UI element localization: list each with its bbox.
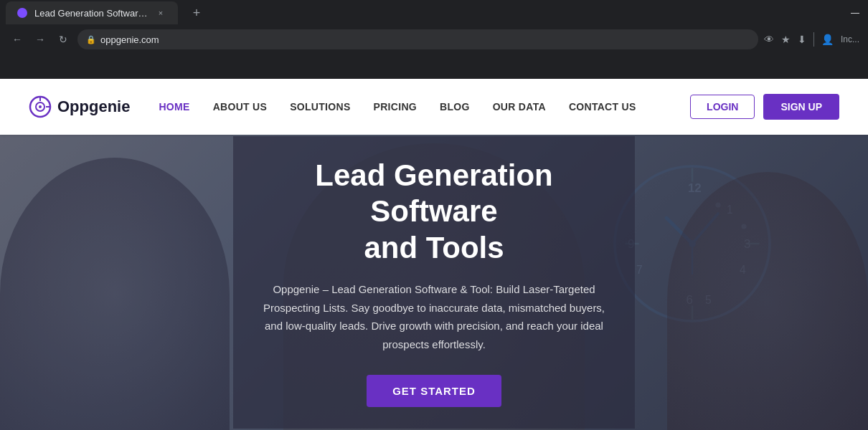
logo-icon (29, 95, 52, 118)
nav-contact[interactable]: CONTACT US (569, 101, 636, 113)
logo[interactable]: Oppgenie (29, 95, 130, 118)
hero-content: Lead Generation Software and Tools Oppge… (233, 136, 635, 429)
nav-solutions[interactable]: SOLUTIONS (290, 101, 350, 113)
hero-section: 12 3 6 9 1 4 5 7 Lead Generation Softwar… (0, 135, 868, 430)
title-bar: Lead Generation Software and × + — (0, 0, 868, 26)
tab-favicon (17, 8, 27, 18)
nav-our-data[interactable]: OUR DATA (493, 101, 546, 113)
extensions-text: Inc... (841, 34, 859, 44)
svg-point-2 (39, 105, 42, 108)
address-bar-row: ← → ↻ 🔒 oppgenie.com 👁︎ ★ ⬇ 👤 Inc... (0, 26, 868, 53)
hero-subtitle: Oppgenie – Lead Generation Software & To… (262, 280, 606, 353)
logo-text: Oppgenie (57, 97, 130, 116)
hero-title: Lead Generation Software and Tools (262, 158, 606, 266)
security-icon: 🔒 (86, 35, 96, 44)
bookmark-icon[interactable]: ★ (781, 34, 791, 45)
nav-home[interactable]: HOME (159, 101, 189, 113)
url-text: oppgenie.com (100, 34, 159, 45)
download-icon[interactable]: ⬇ (798, 34, 806, 45)
new-tab-button[interactable]: + (187, 3, 207, 23)
login-button[interactable]: LOGIN (690, 95, 755, 119)
nav-actions: LOGIN SIGN UP (690, 94, 839, 120)
navbar: Oppgenie HOME ABOUT US SOLUTIONS PRICING… (0, 79, 868, 135)
nav-about[interactable]: ABOUT US (213, 101, 268, 113)
nav-blog[interactable]: BLOG (440, 101, 470, 113)
nav-links: HOME ABOUT US SOLUTIONS PRICING BLOG OUR… (159, 101, 690, 113)
privacy-icon[interactable]: 👁︎ (764, 34, 774, 45)
separator (813, 32, 814, 47)
toolbar-icons: 👁︎ ★ ⬇ 👤 Inc... (764, 32, 859, 47)
minimize-button[interactable]: — (851, 8, 862, 18)
active-tab[interactable]: Lead Generation Software and × (6, 1, 178, 24)
get-started-button[interactable]: GET STARTED (367, 375, 501, 407)
nav-pricing[interactable]: PRICING (374, 101, 417, 113)
reload-button[interactable]: ↻ (55, 31, 72, 48)
signup-button[interactable]: SIGN UP (763, 94, 839, 120)
website-content: Oppgenie HOME ABOUT US SOLUTIONS PRICING… (0, 79, 868, 430)
back-button[interactable]: ← (9, 31, 26, 48)
browser-chrome: Lead Generation Software and × + — ← → ↻… (0, 0, 868, 79)
forward-button[interactable]: → (32, 31, 49, 48)
tab-close-button[interactable]: × (155, 7, 166, 19)
profile-icon[interactable]: 👤 (821, 34, 834, 45)
address-bar[interactable]: 🔒 oppgenie.com (77, 29, 758, 49)
tab-title: Lead Generation Software and (34, 8, 148, 19)
